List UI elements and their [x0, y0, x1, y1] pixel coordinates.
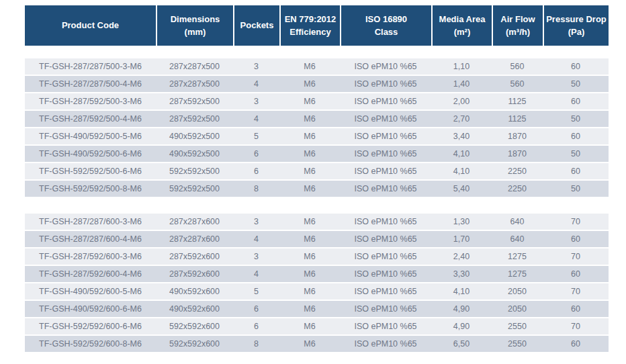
cell-air-flow: 2050	[492, 301, 543, 317]
header-line: Class	[375, 26, 398, 39]
column-header-media-area: Media Area (m²)	[431, 5, 492, 46]
cell-air-flow: 2250	[492, 181, 543, 197]
cell-iso-class: ISO ePM10 %65	[340, 248, 431, 265]
table-row: TF-GSH-592/592/600-6-M6592x592x6006M6ISO…	[25, 318, 609, 334]
cell-iso-class: ISO ePM10 %65	[340, 231, 431, 247]
cell-air-flow: 560	[492, 58, 543, 75]
table-row: TF-GSH-287/592/500-3-M6287x592x5003M6ISO…	[25, 93, 609, 109]
cell-pressure-drop: 60	[543, 336, 609, 352]
table-row: TF-GSH-490/592/600-6-M6490x592x6006M6ISO…	[25, 301, 609, 317]
column-header-product-code: Product Code	[25, 5, 156, 46]
cell-pockets: 8	[233, 336, 279, 352]
cell-media-area: 2,70	[431, 111, 492, 127]
cell-air-flow: 560	[492, 76, 543, 92]
cell-pressure-drop: 50	[543, 146, 609, 162]
cell-iso-class: ISO ePM10 %65	[340, 181, 431, 197]
cell-product-code: TF-GSH-490/592/500-5-M6	[25, 128, 156, 144]
cell-product-code: TF-GSH-592/592/500-8-M6	[25, 181, 156, 197]
cell-media-area: 1,40	[431, 76, 492, 92]
product-table: Product Code Dimensions (mm) Pockets EN …	[25, 5, 609, 353]
cell-dimensions: 287x592x500	[156, 111, 233, 127]
cell-media-area: 3,40	[431, 128, 492, 144]
table-row: TF-GSH-287/287/500-3-M6287x287x5003M6ISO…	[25, 58, 609, 75]
table-row: TF-GSH-287/287/500-4-M6287x287x5004M6ISO…	[25, 76, 609, 92]
cell-efficiency: M6	[279, 93, 340, 109]
cell-pockets: 8	[233, 181, 279, 197]
cell-pockets: 3	[233, 93, 279, 109]
cell-pressure-drop: 50	[543, 76, 609, 92]
cell-media-area: 3,30	[431, 266, 492, 282]
cell-pressure-drop: 60	[543, 58, 609, 75]
cell-efficiency: M6	[279, 181, 340, 197]
cell-iso-class: ISO ePM10 %65	[340, 111, 431, 127]
cell-dimensions: 287x592x500	[156, 93, 233, 109]
cell-product-code: TF-GSH-287/592/600-3-M6	[25, 248, 156, 265]
header-line: Dimensions	[171, 13, 220, 26]
cell-product-code: TF-GSH-592/592/600-8-M6	[25, 336, 156, 352]
cell-dimensions: 592x592x500	[156, 163, 233, 179]
cell-pressure-drop: 60	[543, 93, 609, 109]
cell-pressure-drop: 70	[543, 214, 609, 230]
column-header-pockets: Pockets	[233, 5, 279, 46]
cell-pockets: 6	[233, 146, 279, 162]
cell-air-flow: 1275	[492, 266, 543, 282]
cell-pockets: 6	[233, 301, 279, 317]
table-group-depth-600: TF-GSH-287/287/600-3-M6287x287x6003M6ISO…	[25, 214, 609, 352]
table-row: TF-GSH-490/592/500-5-M6490x592x5005M6ISO…	[25, 128, 609, 144]
table-header-row: Product Code Dimensions (mm) Pockets EN …	[25, 5, 609, 46]
cell-air-flow: 640	[492, 231, 543, 247]
cell-pressure-drop: 70	[543, 283, 609, 300]
group-gap	[25, 198, 609, 214]
cell-dimensions: 592x592x600	[156, 318, 233, 334]
cell-dimensions: 287x592x600	[156, 266, 233, 282]
cell-product-code: TF-GSH-490/592/600-5-M6	[25, 283, 156, 300]
cell-pockets: 5	[233, 128, 279, 144]
cell-air-flow: 1870	[492, 128, 543, 144]
table-row: TF-GSH-490/592/500-6-M6490x592x5006M6ISO…	[25, 146, 609, 162]
cell-dimensions: 592x592x500	[156, 181, 233, 197]
cell-iso-class: ISO ePM10 %65	[340, 301, 431, 317]
header-line: (m²)	[454, 26, 471, 39]
cell-efficiency: M6	[279, 128, 340, 144]
cell-iso-class: ISO ePM10 %65	[340, 214, 431, 230]
cell-efficiency: M6	[279, 163, 340, 179]
cell-product-code: TF-GSH-592/592/600-6-M6	[25, 318, 156, 334]
header-line: Efficiency	[289, 26, 330, 39]
cell-media-area: 4,90	[431, 301, 492, 317]
cell-air-flow: 2050	[492, 283, 543, 300]
cell-pockets: 3	[233, 248, 279, 265]
cell-efficiency: M6	[279, 318, 340, 334]
cell-iso-class: ISO ePM10 %65	[340, 93, 431, 109]
cell-media-area: 4,10	[431, 163, 492, 179]
cell-pressure-drop: 70	[543, 318, 609, 334]
cell-product-code: TF-GSH-287/287/500-3-M6	[25, 58, 156, 75]
header-line: Air Flow	[500, 13, 535, 26]
cell-pockets: 4	[233, 76, 279, 92]
cell-air-flow: 640	[492, 214, 543, 230]
table-row: TF-GSH-592/592/500-8-M6592x592x5008M6ISO…	[25, 181, 609, 197]
cell-iso-class: ISO ePM10 %65	[340, 128, 431, 144]
header-line: EN 779:2012	[285, 13, 337, 26]
cell-dimensions: 490x592x600	[156, 283, 233, 300]
page: Product Code Dimensions (mm) Pockets EN …	[0, 0, 626, 364]
table-group-depth-500: TF-GSH-287/287/500-3-M6287x287x5003M6ISO…	[25, 58, 609, 197]
cell-efficiency: M6	[279, 146, 340, 162]
cell-air-flow: 1275	[492, 248, 543, 265]
cell-product-code: TF-GSH-287/592/500-3-M6	[25, 93, 156, 109]
cell-iso-class: ISO ePM10 %65	[340, 76, 431, 92]
cell-iso-class: ISO ePM10 %65	[340, 163, 431, 179]
cell-efficiency: M6	[279, 111, 340, 127]
header-line: Media Area	[439, 13, 486, 26]
cell-media-area: 1,30	[431, 214, 492, 230]
cell-pockets: 5	[233, 283, 279, 300]
cell-air-flow: 1870	[492, 146, 543, 162]
cell-pockets: 3	[233, 58, 279, 75]
cell-efficiency: M6	[279, 266, 340, 282]
cell-pressure-drop: 60	[543, 231, 609, 247]
cell-pressure-drop: 60	[543, 301, 609, 317]
cell-product-code: TF-GSH-287/287/500-4-M6	[25, 76, 156, 92]
column-header-dimensions: Dimensions (mm)	[156, 5, 233, 46]
table-row: TF-GSH-287/287/600-3-M6287x287x6003M6ISO…	[25, 214, 609, 230]
cell-pressure-drop: 60	[543, 163, 609, 179]
table-row: TF-GSH-287/592/600-4-M6287x592x6004M6ISO…	[25, 266, 609, 282]
